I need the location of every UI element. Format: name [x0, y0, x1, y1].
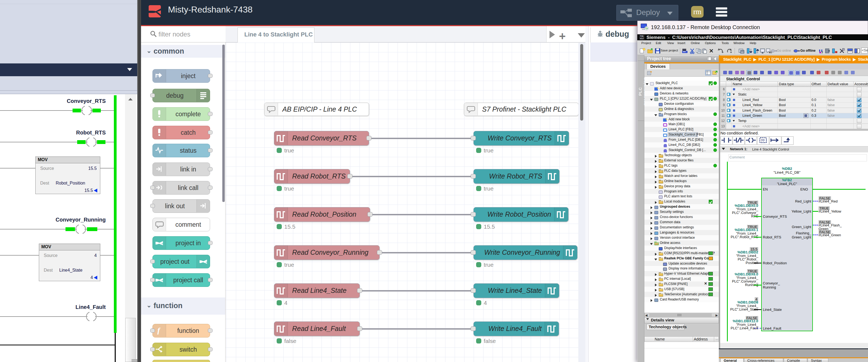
svg-text:f: f — [157, 326, 161, 335]
svg-text:?: ? — [821, 51, 823, 54]
svg-text:??: ?? — [761, 139, 765, 142]
svg-text:01: 01 — [741, 51, 744, 54]
